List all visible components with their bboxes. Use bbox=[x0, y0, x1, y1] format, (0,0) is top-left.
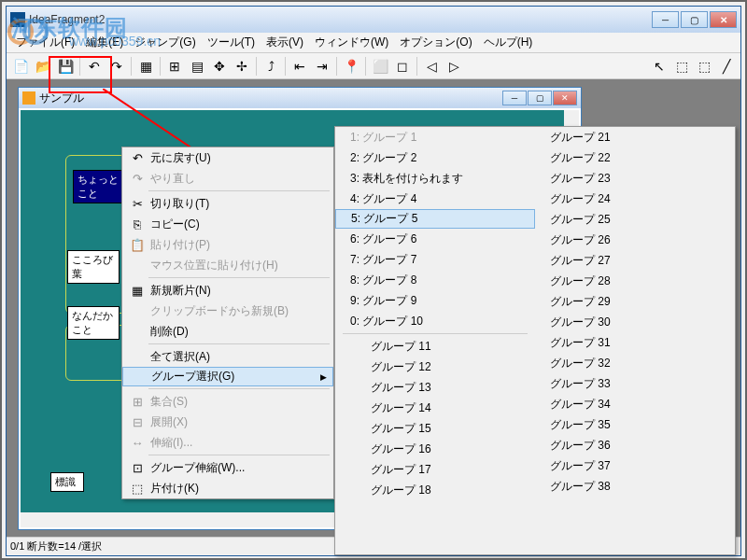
back-icon[interactable]: ⇤ bbox=[289, 56, 310, 77]
child-minimize[interactable]: ─ bbox=[502, 91, 527, 105]
ctx-label: コピー(C) bbox=[147, 217, 328, 232]
node-white-1[interactable]: こころび 葉 bbox=[67, 250, 120, 284]
submenu-item: 1: グループ 1 bbox=[335, 127, 535, 147]
ctx-icon: ▦ bbox=[128, 284, 147, 298]
submenu-item[interactable]: グループ 34 bbox=[535, 394, 735, 414]
ctx-item[interactable]: ▦新規断片(N) bbox=[122, 280, 333, 301]
ctx-item[interactable]: ⊡グループ伸縮(W)... bbox=[122, 457, 333, 478]
menu-tool[interactable]: ツール(T) bbox=[202, 33, 261, 52]
submenu-item[interactable]: グループ 26 bbox=[535, 230, 735, 250]
child-icon bbox=[22, 91, 35, 105]
ctx-item: ↷やり直し bbox=[122, 168, 333, 189]
submenu-item[interactable]: グループ 37 bbox=[535, 455, 735, 476]
line-icon[interactable]: ╱ bbox=[716, 56, 737, 77]
zoom1-icon[interactable]: ⬜ bbox=[370, 56, 390, 77]
submenu-item[interactable]: グループ 29 bbox=[535, 291, 735, 312]
ctx-icon: ↶ bbox=[128, 151, 147, 165]
save-icon[interactable]: 💾 bbox=[55, 56, 76, 77]
submenu-item[interactable]: グループ 33 bbox=[535, 373, 735, 394]
pin-icon[interactable]: 📍 bbox=[341, 56, 361, 77]
ctx-item: 📋貼り付け(P) bbox=[122, 234, 333, 255]
move-icon[interactable]: ✥ bbox=[209, 56, 230, 77]
submenu-item[interactable]: グループ 21 bbox=[535, 127, 735, 147]
menu-help[interactable]: ヘルプ(H) bbox=[478, 33, 539, 52]
submenu-item[interactable]: 5: グループ 5 bbox=[335, 209, 535, 229]
ctx-item[interactable]: グループ選択(G)▶ bbox=[122, 367, 333, 386]
ctx-icon: ↷ bbox=[128, 172, 147, 186]
node-white-2[interactable]: なんだか こと bbox=[67, 306, 120, 340]
group-submenu: 1: グループ 12: グループ 23: 表札を付けられます4: グループ 45… bbox=[334, 126, 736, 555]
submenu-item[interactable]: 3: 表札を付けられます bbox=[335, 168, 535, 189]
menu-view[interactable]: 表示(V) bbox=[261, 33, 309, 52]
ctx-icon: ⎘ bbox=[128, 217, 147, 231]
ctx-item[interactable]: ✂切り取り(T) bbox=[122, 193, 333, 214]
ctx-icon: ⊟ bbox=[128, 415, 147, 429]
maximize-button[interactable]: ▢ bbox=[681, 11, 708, 28]
ctx-label: グループ選択(G) bbox=[148, 369, 320, 385]
next-icon[interactable]: ▷ bbox=[444, 56, 464, 77]
ctx-item[interactable]: ⎘コピー(C) bbox=[122, 214, 333, 234]
submenu-item[interactable]: グループ 32 bbox=[535, 353, 735, 373]
submenu-item[interactable]: グループ 22 bbox=[535, 147, 735, 168]
submenu-item[interactable]: グループ 12 bbox=[335, 357, 535, 377]
node-label[interactable]: 標識 bbox=[50, 472, 84, 492]
menu-option[interactable]: オプション(O) bbox=[394, 33, 477, 52]
submenu-item[interactable]: グループ 15 bbox=[335, 418, 535, 439]
submenu-item[interactable]: 9: グループ 9 bbox=[335, 290, 535, 311]
submenu-item[interactable]: 8: グループ 8 bbox=[335, 270, 535, 290]
link-icon[interactable]: ⤴ bbox=[261, 56, 281, 77]
open-icon[interactable]: 📂 bbox=[33, 56, 53, 77]
ctx-label: 元に戻す(U) bbox=[147, 150, 328, 166]
undo-icon[interactable]: ↶ bbox=[84, 56, 105, 77]
fwd-icon[interactable]: ⇥ bbox=[312, 56, 332, 77]
grid-icon[interactable]: ▤ bbox=[187, 56, 207, 77]
child-close[interactable]: ✕ bbox=[553, 91, 577, 105]
submenu-item[interactable]: グループ 35 bbox=[535, 414, 735, 435]
submenu-item[interactable]: 7: グループ 7 bbox=[335, 249, 535, 270]
menu-window[interactable]: ウィンドウ(W) bbox=[309, 33, 394, 52]
submenu-item[interactable]: グループ 28 bbox=[535, 271, 735, 291]
edges-icon[interactable]: ⬚ bbox=[694, 56, 714, 77]
submenu-item[interactable]: グループ 18 bbox=[335, 480, 535, 500]
nodes-icon[interactable]: ⬚ bbox=[671, 56, 692, 77]
ctx-item[interactable]: ⬚片付け(K) bbox=[122, 478, 333, 498]
submenu-item[interactable]: グループ 31 bbox=[535, 332, 735, 353]
close-button[interactable] bbox=[710, 11, 737, 28]
submenu-item[interactable]: グループ 13 bbox=[335, 377, 535, 398]
ctx-item[interactable]: 全て選択(A) bbox=[122, 346, 333, 367]
submenu-item[interactable]: グループ 17 bbox=[335, 459, 535, 480]
submenu-item[interactable]: グループ 11 bbox=[335, 336, 535, 357]
submenu-item[interactable]: グループ 16 bbox=[335, 439, 535, 459]
ctx-label: 伸縮(I)... bbox=[147, 435, 328, 451]
submenu-item[interactable]: グループ 27 bbox=[535, 250, 735, 271]
redo-icon[interactable]: ↷ bbox=[106, 56, 127, 77]
submenu-item[interactable]: グループ 25 bbox=[535, 209, 735, 230]
submenu-item[interactable]: 6: グループ 6 bbox=[335, 229, 535, 249]
ctx-label: 集合(S) bbox=[147, 394, 328, 410]
submenu-item[interactable]: 2: グループ 2 bbox=[335, 147, 535, 168]
node-blue[interactable]: ちょっと こと bbox=[73, 170, 125, 203]
child-maximize[interactable]: ▢ bbox=[528, 91, 552, 105]
move2-icon[interactable]: ✢ bbox=[232, 56, 252, 77]
ctx-item[interactable]: 削除(D) bbox=[122, 321, 333, 342]
zoom2-icon[interactable]: ◻ bbox=[392, 56, 413, 77]
fragment-icon[interactable]: ▦ bbox=[135, 56, 156, 77]
new-icon[interactable]: 📄 bbox=[10, 56, 31, 77]
submenu-arrow-icon: ▶ bbox=[320, 372, 327, 382]
group-icon[interactable]: ⊞ bbox=[164, 56, 185, 77]
submenu-item[interactable]: 0: グループ 10 bbox=[335, 311, 535, 331]
submenu-item[interactable]: グループ 24 bbox=[535, 189, 735, 209]
submenu-item[interactable]: グループ 14 bbox=[335, 398, 535, 418]
submenu-item[interactable]: グループ 23 bbox=[535, 168, 735, 189]
submenu-item[interactable]: グループ 30 bbox=[535, 312, 735, 332]
ctx-label: 貼り付け(P) bbox=[147, 237, 328, 253]
ctx-item[interactable]: ↶元に戻す(U) bbox=[122, 147, 333, 168]
prev-icon[interactable]: ◁ bbox=[421, 56, 442, 77]
submenu-item[interactable]: グループ 38 bbox=[535, 476, 735, 497]
ctx-item: マウス位置に貼り付け(H) bbox=[122, 255, 333, 275]
ctx-item: ⊟展開(X) bbox=[122, 412, 333, 432]
pointer-icon[interactable]: ↖ bbox=[649, 56, 669, 77]
submenu-item[interactable]: グループ 36 bbox=[535, 435, 735, 455]
minimize-button[interactable]: ─ bbox=[652, 11, 679, 28]
submenu-item[interactable]: 4: グループ 4 bbox=[335, 189, 535, 209]
